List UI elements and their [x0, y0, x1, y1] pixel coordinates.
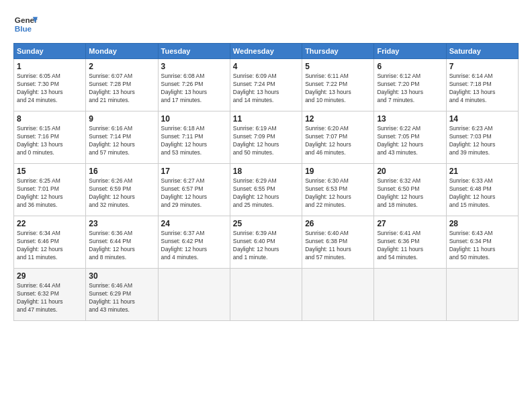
day-info: Sunrise: 6:44 AM Sunset: 6:32 PM Dayligh…: [17, 282, 83, 314]
day-info: Sunrise: 6:12 AM Sunset: 7:20 PM Dayligh…: [377, 73, 443, 105]
calendar-week-row: 22Sunrise: 6:34 AM Sunset: 6:46 PM Dayli…: [14, 216, 519, 269]
calendar-day-cell: 25Sunrise: 6:39 AM Sunset: 6:40 PM Dayli…: [230, 216, 302, 269]
calendar-day-cell: 8Sunrise: 6:15 AM Sunset: 7:16 PM Daylig…: [14, 111, 86, 164]
calendar-day-cell: 9Sunrise: 6:16 AM Sunset: 7:14 PM Daylig…: [86, 111, 158, 164]
calendar-day-cell: 16Sunrise: 6:26 AM Sunset: 6:59 PM Dayli…: [86, 164, 158, 216]
calendar-day-cell: 27Sunrise: 6:41 AM Sunset: 6:36 PM Dayli…: [374, 216, 446, 269]
day-info: Sunrise: 6:41 AM Sunset: 6:36 PM Dayligh…: [377, 230, 443, 262]
calendar-day-cell: 17Sunrise: 6:27 AM Sunset: 6:57 PM Dayli…: [158, 164, 230, 216]
day-info: Sunrise: 6:30 AM Sunset: 6:53 PM Dayligh…: [305, 177, 371, 210]
day-info: Sunrise: 6:23 AM Sunset: 7:03 PM Dayligh…: [449, 125, 515, 157]
day-number: 14: [449, 114, 515, 124]
day-info: Sunrise: 6:09 AM Sunset: 7:24 PM Dayligh…: [233, 73, 299, 105]
day-number: 20: [377, 167, 443, 176]
calendar-day-cell: 24Sunrise: 6:37 AM Sunset: 6:42 PM Dayli…: [158, 216, 230, 269]
calendar-day-cell: 22Sunrise: 6:34 AM Sunset: 6:46 PM Dayli…: [14, 216, 86, 269]
day-number: 27: [377, 219, 443, 228]
day-info: Sunrise: 6:33 AM Sunset: 6:48 PM Dayligh…: [449, 177, 515, 210]
calendar-day-cell: [158, 269, 230, 321]
day-info: Sunrise: 6:37 AM Sunset: 6:42 PM Dayligh…: [161, 230, 227, 262]
calendar-day-cell: 26Sunrise: 6:40 AM Sunset: 6:38 PM Dayli…: [302, 216, 374, 269]
day-info: Sunrise: 6:20 AM Sunset: 7:07 PM Dayligh…: [305, 125, 371, 157]
day-info: Sunrise: 6:32 AM Sunset: 6:50 PM Dayligh…: [377, 177, 443, 210]
calendar-day-cell: 11Sunrise: 6:19 AM Sunset: 7:09 PM Dayli…: [230, 111, 302, 164]
day-number: 9: [89, 114, 154, 124]
day-info: Sunrise: 6:43 AM Sunset: 6:34 PM Dayligh…: [449, 230, 515, 262]
day-number: 30: [89, 271, 154, 281]
calendar-day-cell: 21Sunrise: 6:33 AM Sunset: 6:48 PM Dayli…: [446, 164, 518, 216]
day-number: 8: [17, 114, 83, 124]
day-info: Sunrise: 6:36 AM Sunset: 6:44 PM Dayligh…: [89, 230, 154, 262]
calendar-day-cell: 20Sunrise: 6:32 AM Sunset: 6:50 PM Dayli…: [374, 164, 446, 216]
day-info: Sunrise: 6:05 AM Sunset: 7:30 PM Dayligh…: [17, 73, 83, 105]
calendar-day-cell: 4Sunrise: 6:09 AM Sunset: 7:24 PM Daylig…: [230, 59, 302, 111]
day-number: 28: [449, 219, 515, 228]
day-number: 1: [17, 62, 83, 71]
calendar-day-cell: 10Sunrise: 6:18 AM Sunset: 7:11 PM Dayli…: [158, 111, 230, 164]
day-info: Sunrise: 6:22 AM Sunset: 7:05 PM Dayligh…: [377, 125, 443, 157]
day-number: 4: [233, 62, 299, 71]
day-number: 22: [17, 219, 83, 228]
day-number: 25: [233, 219, 299, 228]
dow-header: Monday: [86, 44, 158, 59]
dow-header: Tuesday: [158, 44, 230, 59]
calendar-day-cell: 23Sunrise: 6:36 AM Sunset: 6:44 PM Dayli…: [86, 216, 158, 269]
calendar-day-cell: 14Sunrise: 6:23 AM Sunset: 7:03 PM Dayli…: [446, 111, 518, 164]
calendar-week-row: 15Sunrise: 6:25 AM Sunset: 7:01 PM Dayli…: [14, 164, 519, 216]
day-number: 5: [305, 62, 371, 71]
calendar-day-cell: 28Sunrise: 6:43 AM Sunset: 6:34 PM Dayli…: [446, 216, 518, 269]
day-info: Sunrise: 6:15 AM Sunset: 7:16 PM Dayligh…: [17, 125, 83, 157]
day-number: 13: [377, 114, 443, 124]
day-info: Sunrise: 6:27 AM Sunset: 6:57 PM Dayligh…: [161, 177, 227, 210]
day-number: 12: [305, 114, 371, 124]
day-info: Sunrise: 6:46 AM Sunset: 6:29 PM Dayligh…: [89, 282, 154, 314]
dow-header: Thursday: [302, 44, 374, 59]
calendar-day-cell: 5Sunrise: 6:11 AM Sunset: 7:22 PM Daylig…: [302, 59, 374, 111]
calendar-day-cell: 19Sunrise: 6:30 AM Sunset: 6:53 PM Dayli…: [302, 164, 374, 216]
calendar-day-cell: 6Sunrise: 6:12 AM Sunset: 7:20 PM Daylig…: [374, 59, 446, 111]
day-number: 11: [233, 114, 299, 124]
day-info: Sunrise: 6:29 AM Sunset: 6:55 PM Dayligh…: [233, 177, 299, 210]
day-number: 19: [305, 167, 371, 176]
calendar-day-cell: [446, 269, 518, 321]
calendar-day-cell: 3Sunrise: 6:08 AM Sunset: 7:26 PM Daylig…: [158, 59, 230, 111]
calendar-day-cell: 1Sunrise: 6:05 AM Sunset: 7:30 PM Daylig…: [14, 59, 86, 111]
day-number: 6: [377, 62, 443, 71]
days-of-week-row: SundayMondayTuesdayWednesdayThursdayFrid…: [14, 44, 519, 59]
day-number: 26: [305, 219, 371, 228]
day-info: Sunrise: 6:11 AM Sunset: 7:22 PM Dayligh…: [305, 73, 371, 105]
calendar-day-cell: 29Sunrise: 6:44 AM Sunset: 6:32 PM Dayli…: [14, 269, 86, 321]
day-info: Sunrise: 6:40 AM Sunset: 6:38 PM Dayligh…: [305, 230, 371, 262]
calendar-day-cell: 18Sunrise: 6:29 AM Sunset: 6:55 PM Dayli…: [230, 164, 302, 216]
calendar-day-cell: 13Sunrise: 6:22 AM Sunset: 7:05 PM Dayli…: [374, 111, 446, 164]
day-info: Sunrise: 6:34 AM Sunset: 6:46 PM Dayligh…: [17, 230, 83, 262]
dow-header: Saturday: [446, 44, 518, 59]
day-number: 7: [449, 62, 515, 71]
day-number: 3: [161, 62, 227, 71]
day-number: 21: [449, 167, 515, 176]
day-number: 16: [89, 167, 154, 176]
day-info: Sunrise: 6:19 AM Sunset: 7:09 PM Dayligh…: [233, 125, 299, 157]
dow-header: Friday: [374, 44, 446, 59]
day-info: Sunrise: 6:07 AM Sunset: 7:28 PM Dayligh…: [89, 73, 154, 105]
day-info: Sunrise: 6:26 AM Sunset: 6:59 PM Dayligh…: [89, 177, 154, 210]
calendar-day-cell: 2Sunrise: 6:07 AM Sunset: 7:28 PM Daylig…: [86, 59, 158, 111]
day-number: 23: [89, 219, 154, 228]
calendar-week-row: 8Sunrise: 6:15 AM Sunset: 7:16 PM Daylig…: [14, 111, 519, 164]
logo: General Blue: [13, 12, 38, 36]
calendar-day-cell: [230, 269, 302, 321]
day-number: 18: [233, 167, 299, 176]
calendar-day-cell: 12Sunrise: 6:20 AM Sunset: 7:07 PM Dayli…: [302, 111, 374, 164]
svg-text:Blue: Blue: [15, 24, 32, 33]
calendar-day-cell: [302, 269, 374, 321]
calendar-week-row: 29Sunrise: 6:44 AM Sunset: 6:32 PM Dayli…: [14, 269, 519, 321]
calendar-week-row: 1Sunrise: 6:05 AM Sunset: 7:30 PM Daylig…: [14, 59, 519, 111]
day-info: Sunrise: 6:18 AM Sunset: 7:11 PM Dayligh…: [161, 125, 227, 157]
day-number: 10: [161, 114, 227, 124]
calendar-day-cell: 30Sunrise: 6:46 AM Sunset: 6:29 PM Dayli…: [86, 269, 158, 321]
day-info: Sunrise: 6:39 AM Sunset: 6:40 PM Dayligh…: [233, 230, 299, 262]
day-info: Sunrise: 6:16 AM Sunset: 7:14 PM Dayligh…: [89, 125, 154, 157]
day-number: 29: [17, 271, 83, 281]
day-number: 24: [161, 219, 227, 228]
day-info: Sunrise: 6:14 AM Sunset: 7:18 PM Dayligh…: [449, 73, 515, 105]
